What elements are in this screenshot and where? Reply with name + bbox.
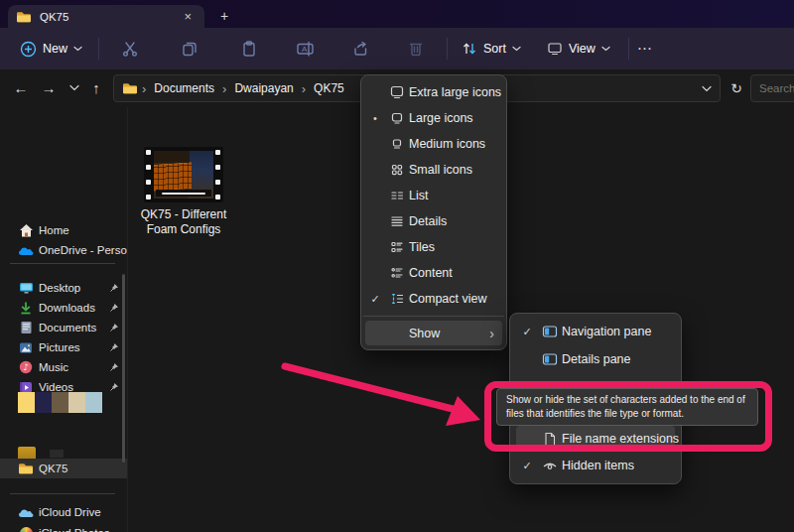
sidebar-item-onedrive[interactable]: OneDrive - Personal bbox=[0, 240, 127, 260]
monitor-icon bbox=[547, 42, 563, 56]
paste-button[interactable] bbox=[232, 34, 266, 64]
menu-item-small-icons[interactable]: Small icons bbox=[365, 157, 502, 183]
sidebar-item-desktop[interactable]: Desktop bbox=[0, 278, 127, 298]
swatch bbox=[18, 392, 35, 413]
view-dropdown-menu: Extra large icons • Large icons Medium i… bbox=[360, 74, 507, 350]
search-input[interactable] bbox=[750, 74, 794, 102]
cut-button[interactable] bbox=[113, 33, 147, 65]
back-button[interactable]: ← bbox=[8, 74, 34, 100]
details-icon bbox=[385, 213, 409, 229]
refresh-icon: ↻ bbox=[730, 80, 742, 96]
up-button[interactable]: ↑ bbox=[83, 74, 109, 100]
pin-icon bbox=[109, 342, 119, 352]
menu-item-content[interactable]: Content bbox=[365, 260, 502, 286]
sidebar-item-downloads[interactable]: Downloads bbox=[0, 298, 127, 318]
menu-item-list[interactable]: List bbox=[365, 183, 502, 208]
sort-button[interactable]: Sort bbox=[454, 36, 529, 62]
icloud-photos-icon bbox=[18, 525, 34, 532]
tab-close-icon[interactable]: × bbox=[179, 10, 197, 23]
folder-icon bbox=[16, 9, 32, 25]
sidebar-divider bbox=[10, 263, 115, 264]
new-button[interactable]: New bbox=[12, 35, 90, 64]
plus-circle-icon bbox=[20, 41, 37, 58]
menu-item-compact-view[interactable]: ✓ Compact view bbox=[365, 286, 502, 312]
rename-button[interactable]: A bbox=[288, 34, 322, 64]
menu-item-large-icons[interactable]: • Large icons bbox=[365, 105, 502, 131]
thumbnail-image bbox=[154, 151, 213, 199]
copy-icon bbox=[181, 40, 198, 58]
hidden-items-eye-icon bbox=[538, 460, 562, 471]
copy-button[interactable] bbox=[173, 34, 206, 64]
sidebar-scrollbar[interactable] bbox=[122, 274, 125, 463]
icloud-drive-icon bbox=[18, 504, 34, 520]
content-icon bbox=[385, 265, 409, 281]
refresh-button[interactable]: ↻ bbox=[725, 74, 748, 102]
swatch bbox=[52, 392, 68, 413]
tooltip-text-line1: Show or hide the set of characters added… bbox=[506, 393, 748, 407]
new-tab-button[interactable]: + bbox=[214, 6, 234, 26]
submenu-item-file-name-extensions[interactable]: File name extensions bbox=[516, 426, 675, 452]
delete-button[interactable] bbox=[399, 34, 433, 64]
up-arrow-icon: ↑ bbox=[92, 79, 100, 96]
compact-view-icon bbox=[385, 291, 409, 307]
breadcrumb-dwaipayan[interactable]: Dwaipayan bbox=[230, 79, 297, 97]
sidebar-item-documents[interactable]: Documents bbox=[0, 318, 127, 337]
menu-item-extra-large-icons[interactable]: Extra large icons bbox=[365, 79, 502, 105]
breadcrumb-qk75[interactable]: QK75 bbox=[310, 79, 348, 97]
breadcrumb-documents[interactable]: Documents bbox=[150, 79, 218, 97]
sidebar-item-qk75-selected[interactable]: QK75 bbox=[0, 459, 127, 478]
breadcrumb-separator: › bbox=[298, 81, 310, 96]
submenu-item-hidden-items[interactable]: ✓ Hidden items bbox=[516, 452, 675, 479]
titlebar: QK75 × + bbox=[0, 0, 794, 28]
sidebar-item-icloud-drive[interactable]: iCloud Drive bbox=[0, 502, 127, 522]
command-toolbar: New A bbox=[0, 28, 794, 69]
sidebar-item-music[interactable]: ♪ Music bbox=[0, 357, 127, 377]
medium-icons-icon bbox=[385, 136, 409, 152]
details-pane-icon bbox=[538, 351, 562, 367]
forward-button[interactable]: → bbox=[36, 74, 62, 100]
onedrive-cloud-icon bbox=[18, 242, 34, 258]
chevron-down-icon bbox=[702, 85, 712, 92]
breadcrumb-separator: › bbox=[218, 81, 230, 96]
clipboard-icon bbox=[240, 40, 258, 58]
menu-item-details[interactable]: Details bbox=[365, 208, 502, 234]
file-explorer-window: QK75 × + New bbox=[0, 0, 794, 532]
chevron-down-icon bbox=[69, 84, 79, 91]
small-icons-icon bbox=[385, 162, 409, 178]
menu-item-show[interactable]: Show › bbox=[365, 321, 502, 345]
chevron-down-icon bbox=[601, 46, 610, 52]
menu-item-tiles[interactable]: Tiles bbox=[365, 234, 502, 260]
home-icon bbox=[18, 222, 34, 238]
new-button-label: New bbox=[43, 42, 67, 56]
filmstrip-holes bbox=[215, 150, 221, 200]
svg-text:♪: ♪ bbox=[23, 362, 29, 372]
sidebar-item-home[interactable]: Home bbox=[0, 220, 127, 240]
scissors-icon bbox=[120, 39, 140, 59]
share-button[interactable] bbox=[343, 34, 377, 64]
more-options-button[interactable]: ⋯ bbox=[629, 36, 661, 62]
large-icons-icon bbox=[385, 110, 409, 126]
rename-icon: A bbox=[296, 40, 315, 58]
share-icon bbox=[351, 40, 370, 58]
sidebar-item-pictures[interactable]: Pictures bbox=[0, 337, 127, 357]
submenu-item-details-pane[interactable]: Details pane bbox=[516, 345, 675, 373]
partial-thumbnail bbox=[50, 450, 64, 458]
file-item-qk75-video[interactable]: QK75 - Different Foam Configs bbox=[132, 147, 235, 237]
documents-icon bbox=[18, 320, 34, 335]
file-name-label: QK75 - Different Foam Configs bbox=[132, 207, 235, 237]
menu-item-medium-icons[interactable]: Medium icons bbox=[365, 131, 502, 157]
swatch bbox=[68, 392, 85, 413]
downloads-icon bbox=[18, 300, 34, 316]
video-filmstrip-thumbnail bbox=[144, 147, 223, 202]
view-button[interactable]: View bbox=[539, 36, 618, 62]
tab-qk75[interactable]: QK75 × bbox=[8, 5, 204, 28]
sidebar-item-icloud-photos[interactable]: iCloud Photos bbox=[0, 523, 127, 532]
submenu-item-navigation-pane[interactable]: ✓ Navigation pane bbox=[516, 318, 675, 345]
address-dropdown-button[interactable] bbox=[702, 85, 712, 92]
view-button-label: View bbox=[569, 42, 596, 56]
pin-icon bbox=[109, 303, 119, 313]
file-extensions-tooltip: Show or hide the set of characters added… bbox=[496, 388, 758, 426]
chevron-down-icon bbox=[512, 46, 521, 52]
back-arrow-icon: ← bbox=[14, 79, 29, 96]
swatch bbox=[85, 392, 102, 413]
